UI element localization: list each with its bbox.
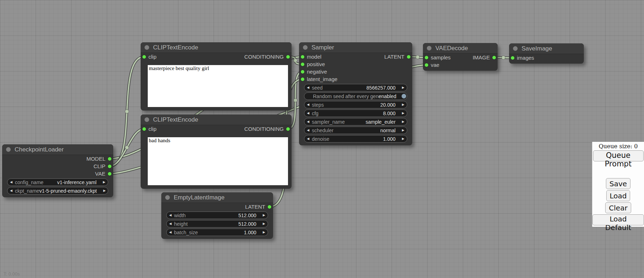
- queue-prompt-button[interactable]: Queue Prompt: [593, 150, 644, 161]
- node-clip-text-encode-positive[interactable]: CLIPTextEncodeclipCONDITIONINGmasterpiec…: [141, 42, 292, 111]
- node-vae-decode[interactable]: VAEDecodesamplesIMAGEvae: [423, 43, 498, 71]
- widget-seed[interactable]: ◀seed8566257.000▶: [304, 84, 407, 91]
- right-arrow-icon[interactable]: ▶: [260, 220, 268, 227]
- collapse-dot-icon[interactable]: [145, 45, 149, 50]
- widget-label: config_name: [15, 180, 43, 185]
- link-center-dot: [502, 56, 505, 59]
- node-empty-latent-image[interactable]: EmptyLatentImageLATENT◀width512.000▶◀hei…: [161, 192, 273, 239]
- left-arrow-icon[interactable]: ◀: [167, 229, 174, 236]
- prompt-textarea[interactable]: bad hands: [148, 137, 288, 185]
- widget-label: Random seed after every gen: [304, 93, 378, 99]
- output-dot-CONDITIONING[interactable]: [286, 55, 290, 59]
- widget-label: batch_size: [174, 230, 198, 235]
- collapse-dot-icon[interactable]: [427, 46, 431, 50]
- right-arrow-icon[interactable]: ▶: [260, 212, 268, 219]
- node-titlebar[interactable]: CLIPTextEncode: [141, 42, 292, 53]
- widget-value: enabled: [378, 93, 400, 99]
- input-dot-latent_image[interactable]: [301, 77, 304, 81]
- load-button[interactable]: Load: [606, 190, 630, 201]
- output-dot-MODEL[interactable]: [108, 157, 111, 161]
- node-titlebar[interactable]: EmptyLatentImage: [161, 192, 273, 203]
- input-dot-model[interactable]: [301, 55, 304, 59]
- input-label-samples: samples: [431, 54, 451, 61]
- left-arrow-icon[interactable]: ◀: [7, 179, 15, 186]
- left-arrow-icon[interactable]: ◀: [304, 110, 312, 117]
- right-arrow-icon[interactable]: ▶: [399, 118, 407, 125]
- collapse-dot-icon[interactable]: [6, 147, 11, 152]
- widget-label: scheduler: [312, 128, 334, 133]
- output-dot-IMAGE[interactable]: [492, 56, 496, 59]
- right-arrow-icon[interactable]: ▶: [399, 110, 407, 117]
- node-titlebar[interactable]: SaveImage: [509, 43, 584, 54]
- output-dot-CLIP[interactable]: [108, 165, 111, 168]
- widget-scheduler[interactable]: ◀schedulernormal▶: [304, 127, 407, 134]
- node-titlebar[interactable]: CLIPTextEncode: [141, 114, 292, 125]
- input-label-vae: vae: [431, 61, 439, 69]
- save-button[interactable]: Save: [606, 178, 630, 189]
- input-dot-clip[interactable]: [142, 127, 146, 131]
- input-dot-images[interactable]: [511, 56, 514, 60]
- widget-value: v1-inference.yaml: [57, 180, 101, 185]
- node-save-image[interactable]: SaveImageimages: [509, 43, 584, 64]
- right-arrow-icon[interactable]: ▶: [101, 187, 108, 194]
- widget-value: 1.000: [244, 230, 260, 235]
- widget-height[interactable]: ◀height512.000▶: [166, 220, 268, 228]
- left-arrow-icon[interactable]: ◀: [7, 187, 15, 194]
- right-arrow-icon[interactable]: ▶: [399, 84, 407, 91]
- input-dot-negative[interactable]: [301, 70, 304, 74]
- prompt-textarea[interactable]: masterpiece best quality girl: [148, 65, 288, 107]
- widget-sampler-name[interactable]: ◀sampler_namesample_euler▶: [304, 118, 407, 125]
- widget-config-name[interactable]: ◀config_namev1-inference.yaml▶: [7, 178, 108, 186]
- graph-canvas[interactable]: { "canvas": { "stats_text": "T: 0.00s" }…: [0, 0, 644, 278]
- left-arrow-icon[interactable]: ◀: [304, 101, 312, 108]
- input-dot-vae[interactable]: [425, 63, 428, 67]
- left-arrow-icon[interactable]: ◀: [304, 135, 312, 142]
- node-titlebar[interactable]: Sampler: [299, 42, 412, 53]
- input-dot-samples[interactable]: [425, 56, 428, 59]
- widget-denoise[interactable]: ◀denoise1.000▶: [304, 135, 407, 143]
- right-arrow-icon[interactable]: ▶: [399, 101, 407, 108]
- left-arrow-icon[interactable]: ◀: [304, 127, 312, 134]
- right-arrow-icon[interactable]: ▶: [399, 135, 407, 142]
- widget-steps[interactable]: ◀steps20.000▶: [304, 101, 407, 108]
- output-dot-LATENT[interactable]: [407, 55, 410, 59]
- right-arrow-icon[interactable]: ▶: [260, 229, 268, 236]
- slot-row: modelLATENT: [299, 53, 412, 60]
- input-label-negative: negative: [307, 68, 327, 75]
- node-title: CheckpointLoader: [15, 146, 64, 153]
- collapse-dot-icon[interactable]: [303, 45, 308, 50]
- output-dot-CONDITIONING[interactable]: [286, 127, 290, 131]
- input-dot-clip[interactable]: [142, 55, 146, 59]
- widget-value: 20.000: [380, 102, 399, 108]
- node-titlebar[interactable]: VAEDecode: [423, 43, 498, 54]
- node-sampler[interactable]: SamplermodelLATENTpositivenegativelatent…: [299, 42, 412, 145]
- toggle-dot-icon[interactable]: [402, 94, 406, 98]
- widget-random-seed-after-every-gen[interactable]: Random seed after every genenabled: [304, 92, 407, 100]
- left-arrow-icon[interactable]: ◀: [304, 118, 312, 125]
- collapse-dot-icon[interactable]: [165, 195, 170, 200]
- slot-row: negative: [299, 68, 412, 75]
- collapse-dot-icon[interactable]: [145, 117, 149, 122]
- left-arrow-icon[interactable]: ◀: [167, 212, 174, 219]
- left-arrow-icon[interactable]: ◀: [167, 220, 174, 227]
- widget-batch-size[interactable]: ◀batch_size1.000▶: [166, 229, 268, 236]
- input-dot-positive[interactable]: [301, 63, 304, 66]
- output-dot-VAE[interactable]: [108, 172, 111, 176]
- collapse-dot-icon[interactable]: [513, 46, 518, 51]
- widget-width[interactable]: ◀width512.000▶: [166, 212, 268, 219]
- left-arrow-icon[interactable]: ◀: [304, 84, 312, 91]
- widget-ckpt-name[interactable]: ◀ckpt_namev1-5-pruned-emaonly.ckpt▶: [7, 187, 108, 194]
- node-clip-text-encode-negative[interactable]: CLIPTextEncodeclipCONDITIONINGbad hands: [141, 114, 292, 189]
- load-default-button[interactable]: Load Default: [592, 214, 644, 225]
- slot-row: clipCONDITIONING: [141, 53, 292, 60]
- right-arrow-icon[interactable]: ▶: [100, 179, 108, 186]
- node-titlebar[interactable]: CheckpointLoader: [2, 144, 113, 155]
- widget-value: 512.000: [238, 213, 260, 218]
- right-arrow-icon[interactable]: ▶: [399, 127, 407, 134]
- widget-cfg[interactable]: ◀cfg8.000▶: [304, 109, 407, 117]
- slot-row: LATENT: [161, 203, 273, 210]
- node-checkpoint-loader[interactable]: CheckpointLoaderMODELCLIPVAE◀config_name…: [2, 144, 113, 197]
- clear-button[interactable]: Clear: [605, 202, 631, 213]
- output-dot-LATENT[interactable]: [268, 205, 271, 209]
- node-title: CLIPTextEncode: [153, 44, 198, 51]
